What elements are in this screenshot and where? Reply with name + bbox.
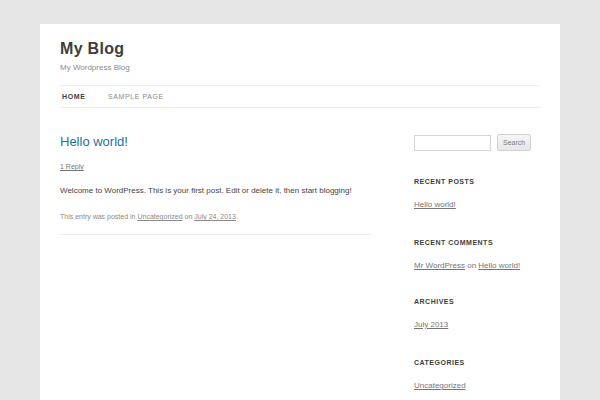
post-title-link[interactable]: Hello world! [60, 134, 371, 149]
recent-comments-title: RECENT COMMENTS [414, 239, 540, 246]
recent-comments-widget: RECENT COMMENTS Mr WordPress on Hello wo… [414, 239, 540, 270]
archives-title: ARCHIVES [414, 298, 540, 305]
post-meta: This entry was posted in Uncategorized o… [60, 213, 371, 220]
content-columns: Hello world! 1 Reply Welcome to WordPres… [60, 134, 540, 392]
post-meta-suffix: . [236, 213, 238, 220]
post-category-link[interactable]: Uncategorized [137, 213, 182, 220]
nav-item-sample-page[interactable]: SAMPLE PAGE [108, 93, 164, 100]
site-header: My Blog My Wordpress Blog [60, 40, 540, 72]
site-title[interactable]: My Blog [60, 40, 540, 58]
post-article: Hello world! 1 Reply Welcome to WordPres… [60, 134, 371, 235]
search-widget: Search [414, 134, 540, 151]
site-tagline: My Wordpress Blog [60, 63, 540, 72]
post-date-link[interactable]: July 24, 2013 [194, 213, 236, 220]
archive-link[interactable]: July 2013 [414, 320, 448, 329]
recent-posts-widget: RECENT POSTS Hello world! [414, 178, 540, 211]
sidebar: Search RECENT POSTS Hello world! RECENT … [414, 134, 540, 392]
nav-item-home[interactable]: HOME [62, 93, 85, 100]
recent-post-link[interactable]: Hello world! [414, 200, 456, 209]
categories-widget: CATEGORIES Uncategorized [414, 359, 540, 392]
post-meta-middle: on [183, 213, 195, 220]
main-navigation: HOME SAMPLE PAGE [60, 85, 540, 108]
reply-link[interactable]: 1 Reply [60, 163, 84, 170]
recent-comment-item: Mr WordPress on Hello world! [414, 261, 540, 270]
archives-widget: ARCHIVES July 2013 [414, 298, 540, 331]
post-meta-prefix: This entry was posted in [60, 213, 137, 220]
post-body: Welcome to WordPress. This is your first… [60, 186, 371, 196]
categories-title: CATEGORIES [414, 359, 540, 366]
comment-author-link[interactable]: Mr WordPress [414, 261, 465, 270]
search-input[interactable] [414, 135, 491, 151]
comment-post-link[interactable]: Hello world! [478, 261, 520, 270]
search-button[interactable]: Search [497, 134, 531, 151]
category-link[interactable]: Uncategorized [414, 381, 466, 390]
main-column: Hello world! 1 Reply Welcome to WordPres… [60, 134, 371, 392]
recent-posts-title: RECENT POSTS [414, 178, 540, 185]
comment-on-text: on [465, 261, 478, 270]
post-divider [60, 234, 371, 235]
content-container: My Blog My Wordpress Blog HOME SAMPLE PA… [40, 24, 560, 400]
